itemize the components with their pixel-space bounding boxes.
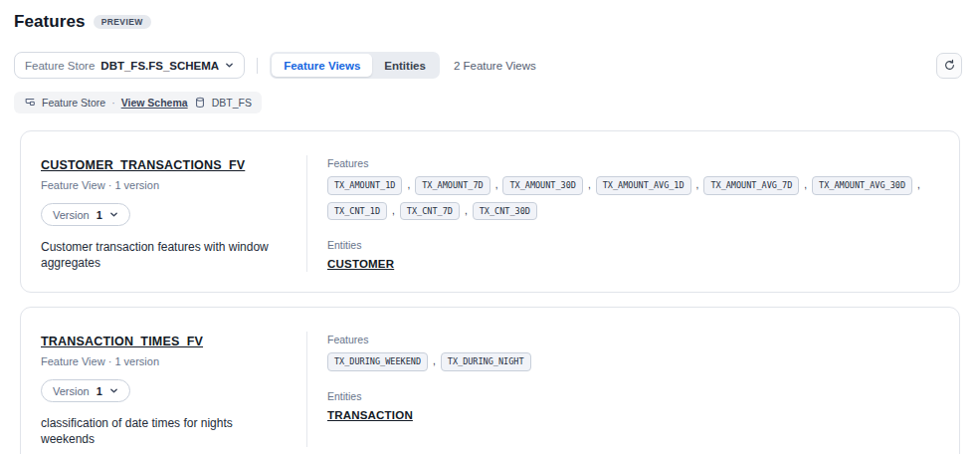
- feature-store-label: Feature Store: [25, 60, 95, 72]
- chevron-down-icon: [225, 61, 234, 70]
- feature-chip: TX_CNT_1D: [327, 202, 387, 221]
- feature-chip: TX_DURING_NIGHT: [441, 352, 531, 371]
- feature-store-selector[interactable]: Feature Store DBT_FS.FS_SCHEMA: [14, 52, 245, 79]
- chip-separator: ,: [696, 180, 699, 190]
- feature-views-count: 2 Feature Views: [454, 60, 536, 72]
- feature-view-title-link[interactable]: CUSTOMER_TRANSACTIONS_FV: [41, 158, 245, 172]
- chip-separator: ,: [407, 180, 410, 190]
- feature-view-title-link[interactable]: TRANSACTION_TIMES_FV: [41, 335, 203, 348]
- feature-chip: TX_AMOUNT_AVG_7D: [703, 176, 799, 195]
- chevron-down-icon: [109, 210, 118, 219]
- version-dropdown[interactable]: Version 1: [41, 203, 130, 226]
- entities-section: Entities CUSTOMER: [327, 239, 939, 272]
- feature-view-description: Customer transaction features with windo…: [41, 239, 290, 271]
- feature-view-subtitle: Feature View · 1 version: [41, 355, 291, 367]
- refresh-icon: [943, 59, 956, 72]
- features-section-label: Features: [327, 157, 939, 169]
- feature-view-card: CUSTOMER_TRANSACTIONS_FV Feature View · …: [20, 130, 960, 293]
- version-value: 1: [97, 209, 102, 221]
- entity-link[interactable]: CUSTOMER: [327, 258, 394, 270]
- chip-separator: ,: [495, 180, 498, 190]
- refresh-button[interactable]: [936, 53, 962, 79]
- schema-icon: [24, 97, 36, 109]
- features-chip-list: TX_AMOUNT_1D,TX_AMOUNT_7D,TX_AMOUNT_30D,…: [327, 176, 934, 220]
- chevron-down-icon: [109, 386, 118, 395]
- tab-feature-views[interactable]: Feature Views: [272, 54, 372, 77]
- breadcrumb-row: Feature Store · View Schema DBT_FS: [14, 92, 966, 114]
- version-dropdown[interactable]: Version 1: [41, 379, 130, 402]
- version-label: Version: [53, 385, 90, 397]
- page-title: Features: [14, 12, 86, 32]
- chip-separator: ,: [433, 356, 436, 366]
- chip-separator: ,: [392, 206, 395, 216]
- page-header: Features PREVIEW: [0, 0, 980, 32]
- feature-chip: TX_CNT_30D: [473, 202, 537, 221]
- view-tabs: Feature Views Entities: [270, 52, 440, 79]
- features-section-label: Features: [327, 334, 939, 345]
- database-icon: [194, 97, 206, 109]
- card-summary: CUSTOMER_TRANSACTIONS_FV Feature View · …: [41, 155, 307, 272]
- view-schema-link[interactable]: View Schema: [121, 97, 188, 109]
- feature-view-card: TRANSACTION_TIMES_FV Feature View · 1 ve…: [20, 307, 960, 454]
- feature-chip: TX_AMOUNT_AVG_30D: [812, 176, 912, 195]
- feature-chip: TX_AMOUNT_1D: [327, 176, 402, 195]
- toolbar: Feature Store DBT_FS.FS_SCHEMA Feature V…: [14, 52, 962, 79]
- chip-separator: ,: [465, 206, 468, 216]
- feature-chip: TX_CNT_7D: [400, 202, 460, 221]
- breadcrumb-store-label: Feature Store: [42, 97, 105, 109]
- card-details: Features TX_AMOUNT_1D,TX_AMOUNT_7D,TX_AM…: [307, 155, 939, 272]
- entities-section: Entities TRANSACTION: [327, 390, 939, 423]
- entities-section-label: Entities: [327, 239, 939, 251]
- card-details: Features TX_DURING_WEEKEND,TX_DURING_NIG…: [307, 332, 939, 447]
- feature-store-value: DBT_FS.FS_SCHEMA: [100, 60, 219, 72]
- feature-chip: TX_DURING_WEEKEND: [327, 352, 428, 371]
- feature-chip: TX_AMOUNT_7D: [415, 176, 490, 195]
- toolbar-divider: [257, 58, 258, 74]
- breadcrumb: Feature Store · View Schema DBT_FS: [14, 92, 262, 114]
- version-value: 1: [97, 385, 102, 397]
- tab-entities[interactable]: Entities: [372, 54, 438, 77]
- breadcrumb-separator: ·: [111, 97, 115, 109]
- entity-link[interactable]: TRANSACTION: [327, 409, 413, 421]
- chip-separator: ,: [917, 180, 920, 190]
- card-summary: TRANSACTION_TIMES_FV Feature View · 1 ve…: [41, 332, 307, 447]
- breadcrumb-database-name: DBT_FS: [212, 97, 252, 109]
- chip-separator: ,: [588, 180, 591, 190]
- entities-section-label: Entities: [327, 390, 939, 402]
- chip-separator: ,: [804, 180, 807, 190]
- version-label: Version: [53, 209, 90, 221]
- preview-badge: PREVIEW: [94, 15, 151, 30]
- feature-view-subtitle: Feature View · 1 version: [41, 179, 291, 191]
- feature-chip: TX_AMOUNT_AVG_1D: [596, 176, 691, 195]
- features-chip-list: TX_DURING_WEEKEND,TX_DURING_NIGHT: [327, 352, 934, 371]
- feature-view-description: classification of date times for nights …: [41, 415, 290, 447]
- feature-chip: TX_AMOUNT_30D: [502, 176, 583, 195]
